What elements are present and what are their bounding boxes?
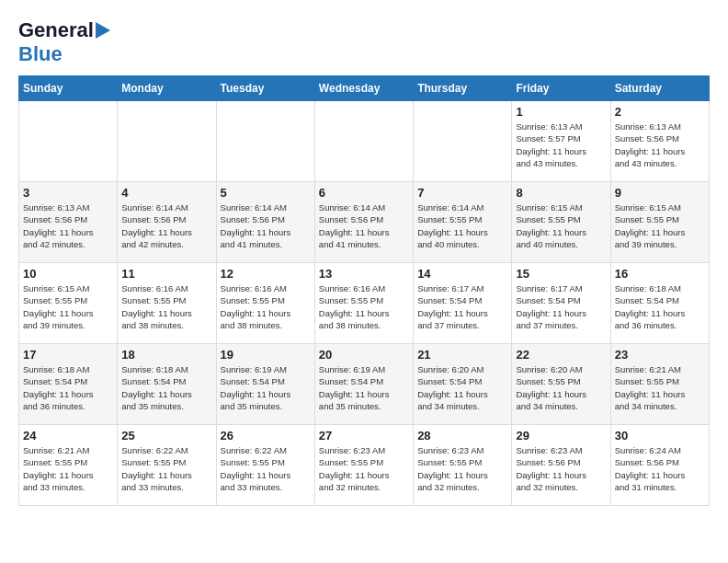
calendar-body: 1Sunrise: 6:13 AM Sunset: 5:57 PM Daylig… — [19, 101, 710, 506]
calendar-week-row: 3Sunrise: 6:13 AM Sunset: 5:56 PM Daylig… — [19, 182, 710, 263]
day-info: Sunrise: 6:21 AM Sunset: 5:55 PM Dayligh… — [615, 363, 705, 412]
day-info: Sunrise: 6:15 AM Sunset: 5:55 PM Dayligh… — [615, 201, 705, 250]
day-info: Sunrise: 6:17 AM Sunset: 5:54 PM Dayligh… — [417, 282, 507, 331]
calendar-week-row: 24Sunrise: 6:21 AM Sunset: 5:55 PM Dayli… — [19, 425, 710, 506]
day-number: 10 — [23, 267, 113, 281]
calendar-cell: 28Sunrise: 6:23 AM Sunset: 5:55 PM Dayli… — [414, 425, 512, 506]
calendar-cell: 27Sunrise: 6:23 AM Sunset: 5:55 PM Dayli… — [314, 425, 413, 506]
calendar-cell: 29Sunrise: 6:23 AM Sunset: 5:56 PM Dayli… — [512, 425, 610, 506]
calendar-cell: 4Sunrise: 6:14 AM Sunset: 5:56 PM Daylig… — [118, 182, 216, 263]
day-number: 9 — [615, 186, 705, 200]
calendar-cell: 12Sunrise: 6:16 AM Sunset: 5:55 PM Dayli… — [216, 263, 314, 344]
day-info: Sunrise: 6:17 AM Sunset: 5:54 PM Dayligh… — [516, 282, 606, 331]
calendar-cell — [314, 101, 413, 182]
day-of-week-header: Wednesday — [314, 76, 413, 101]
calendar-cell: 1Sunrise: 6:13 AM Sunset: 5:57 PM Daylig… — [512, 101, 610, 182]
day-info: Sunrise: 6:18 AM Sunset: 5:54 PM Dayligh… — [615, 282, 705, 331]
day-number: 11 — [121, 267, 211, 281]
day-number: 5 — [221, 186, 311, 200]
calendar-header-row: SundayMondayTuesdayWednesdayThursdayFrid… — [19, 76, 710, 101]
calendar-week-row: 17Sunrise: 6:18 AM Sunset: 5:54 PM Dayli… — [19, 344, 710, 425]
calendar-cell — [414, 101, 512, 182]
calendar-cell: 19Sunrise: 6:19 AM Sunset: 5:54 PM Dayli… — [216, 344, 314, 425]
calendar-cell: 15Sunrise: 6:17 AM Sunset: 5:54 PM Dayli… — [512, 263, 610, 344]
day-number: 16 — [615, 267, 705, 281]
calendar-cell: 25Sunrise: 6:22 AM Sunset: 5:55 PM Dayli… — [118, 425, 216, 506]
calendar-week-row: 10Sunrise: 6:15 AM Sunset: 5:55 PM Dayli… — [19, 263, 710, 344]
logo: General Blue — [18, 18, 110, 66]
day-info: Sunrise: 6:16 AM Sunset: 5:55 PM Dayligh… — [221, 282, 311, 331]
day-info: Sunrise: 6:13 AM Sunset: 5:57 PM Dayligh… — [516, 121, 606, 169]
calendar-cell: 10Sunrise: 6:15 AM Sunset: 5:55 PM Dayli… — [19, 263, 118, 344]
calendar-cell: 6Sunrise: 6:14 AM Sunset: 5:56 PM Daylig… — [314, 182, 413, 263]
calendar-cell — [216, 101, 314, 182]
day-info: Sunrise: 6:23 AM Sunset: 5:56 PM Dayligh… — [516, 444, 606, 493]
day-info: Sunrise: 6:23 AM Sunset: 5:55 PM Dayligh… — [319, 444, 409, 493]
calendar-cell — [118, 101, 216, 182]
calendar-cell: 24Sunrise: 6:21 AM Sunset: 5:55 PM Dayli… — [19, 425, 118, 506]
day-number: 12 — [221, 267, 311, 281]
day-number: 30 — [615, 429, 705, 442]
calendar-cell: 22Sunrise: 6:20 AM Sunset: 5:55 PM Dayli… — [512, 344, 610, 425]
day-number: 19 — [221, 348, 311, 362]
calendar-cell: 7Sunrise: 6:14 AM Sunset: 5:55 PM Daylig… — [414, 182, 512, 263]
day-info: Sunrise: 6:16 AM Sunset: 5:55 PM Dayligh… — [319, 282, 409, 331]
calendar-table: SundayMondayTuesdayWednesdayThursdayFrid… — [18, 75, 710, 506]
calendar-cell: 17Sunrise: 6:18 AM Sunset: 5:54 PM Dayli… — [19, 344, 118, 425]
day-of-week-header: Friday — [512, 76, 610, 101]
day-number: 27 — [319, 429, 409, 442]
calendar-cell: 2Sunrise: 6:13 AM Sunset: 5:56 PM Daylig… — [610, 101, 709, 182]
day-info: Sunrise: 6:21 AM Sunset: 5:55 PM Dayligh… — [23, 444, 113, 493]
calendar-cell: 26Sunrise: 6:22 AM Sunset: 5:55 PM Dayli… — [216, 425, 314, 506]
calendar-cell: 14Sunrise: 6:17 AM Sunset: 5:54 PM Dayli… — [414, 263, 512, 344]
day-info: Sunrise: 6:16 AM Sunset: 5:55 PM Dayligh… — [121, 282, 211, 331]
calendar-cell: 13Sunrise: 6:16 AM Sunset: 5:55 PM Dayli… — [314, 263, 413, 344]
day-of-week-header: Saturday — [610, 76, 709, 101]
day-number: 1 — [516, 105, 606, 119]
day-info: Sunrise: 6:18 AM Sunset: 5:54 PM Dayligh… — [23, 363, 113, 412]
day-number: 29 — [516, 429, 606, 442]
calendar-cell: 3Sunrise: 6:13 AM Sunset: 5:56 PM Daylig… — [19, 182, 118, 263]
day-info: Sunrise: 6:13 AM Sunset: 5:56 PM Dayligh… — [615, 121, 705, 169]
calendar-cell: 21Sunrise: 6:20 AM Sunset: 5:54 PM Dayli… — [414, 344, 512, 425]
day-info: Sunrise: 6:22 AM Sunset: 5:55 PM Dayligh… — [221, 444, 311, 493]
day-of-week-header: Monday — [118, 76, 216, 101]
calendar-cell — [19, 101, 118, 182]
day-number: 14 — [417, 267, 507, 281]
day-number: 15 — [516, 267, 606, 281]
calendar-cell: 18Sunrise: 6:18 AM Sunset: 5:54 PM Dayli… — [118, 344, 216, 425]
calendar-cell: 16Sunrise: 6:18 AM Sunset: 5:54 PM Dayli… — [610, 263, 709, 344]
logo-general-text: General — [18, 18, 94, 42]
calendar-week-row: 1Sunrise: 6:13 AM Sunset: 5:57 PM Daylig… — [19, 101, 710, 182]
logo-blue-text: Blue — [18, 42, 63, 66]
calendar-header: SundayMondayTuesdayWednesdayThursdayFrid… — [19, 76, 710, 101]
calendar-cell: 20Sunrise: 6:19 AM Sunset: 5:54 PM Dayli… — [314, 344, 413, 425]
day-number: 24 — [23, 429, 113, 442]
day-info: Sunrise: 6:19 AM Sunset: 5:54 PM Dayligh… — [221, 363, 311, 412]
day-info: Sunrise: 6:14 AM Sunset: 5:56 PM Dayligh… — [221, 201, 311, 250]
calendar-cell: 23Sunrise: 6:21 AM Sunset: 5:55 PM Dayli… — [610, 344, 709, 425]
day-number: 25 — [121, 429, 211, 442]
day-number: 8 — [516, 186, 606, 200]
svg-marker-0 — [96, 22, 110, 39]
day-info: Sunrise: 6:24 AM Sunset: 5:56 PM Dayligh… — [615, 444, 705, 493]
day-number: 20 — [319, 348, 409, 362]
day-number: 2 — [615, 105, 705, 119]
day-number: 28 — [417, 429, 507, 442]
day-info: Sunrise: 6:14 AM Sunset: 5:55 PM Dayligh… — [417, 201, 507, 250]
day-number: 3 — [23, 186, 113, 200]
day-info: Sunrise: 6:22 AM Sunset: 5:55 PM Dayligh… — [121, 444, 211, 493]
day-number: 26 — [221, 429, 311, 442]
calendar-cell: 8Sunrise: 6:15 AM Sunset: 5:55 PM Daylig… — [512, 182, 610, 263]
calendar-cell: 5Sunrise: 6:14 AM Sunset: 5:56 PM Daylig… — [216, 182, 314, 263]
day-info: Sunrise: 6:15 AM Sunset: 5:55 PM Dayligh… — [516, 201, 606, 250]
day-info: Sunrise: 6:20 AM Sunset: 5:54 PM Dayligh… — [417, 363, 507, 412]
day-info: Sunrise: 6:14 AM Sunset: 5:56 PM Dayligh… — [121, 201, 211, 250]
day-of-week-header: Thursday — [414, 76, 512, 101]
calendar-cell: 11Sunrise: 6:16 AM Sunset: 5:55 PM Dayli… — [118, 263, 216, 344]
day-number: 6 — [319, 186, 409, 200]
day-info: Sunrise: 6:13 AM Sunset: 5:56 PM Dayligh… — [23, 201, 113, 250]
day-number: 17 — [23, 348, 113, 362]
day-number: 13 — [319, 267, 409, 281]
day-info: Sunrise: 6:19 AM Sunset: 5:54 PM Dayligh… — [319, 363, 409, 412]
